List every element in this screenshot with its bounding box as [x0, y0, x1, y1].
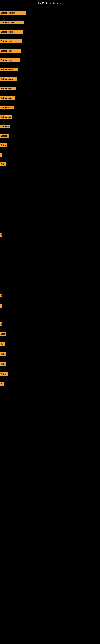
bar-item-14: Bottle [0, 144, 7, 147]
bar-item-4: Bottleneck r [0, 49, 21, 52]
bar-item-22: Bo [0, 342, 5, 346]
bar-item-7: Bottleneck re [0, 77, 17, 81]
bar-item-15: | [0, 153, 1, 156]
bar-item-0: Bottleneck rest [0, 11, 26, 15]
bar-item-24: Bott [0, 362, 6, 366]
bar-item-20: B [0, 322, 2, 326]
bar-item-10: Bottleneck r [0, 106, 14, 109]
bar-item-5: Bottleneck r [0, 58, 20, 62]
bar-item-2: Bottleneck re [0, 30, 23, 34]
bar-item-23: Bott [0, 352, 6, 356]
bar-item-11: Bottleneck [0, 115, 12, 119]
bar-item-12: Bottleneck [0, 124, 10, 128]
bar-item-6: Bottleneck re [0, 68, 18, 72]
bar-item-8: Bottleneck r [0, 87, 16, 90]
bar-item-18: B [0, 294, 2, 298]
bar-item-13: Bottlenec [0, 134, 9, 138]
bar-item-25: Bottle [0, 372, 8, 376]
bar-item-19: | [0, 304, 1, 308]
bar-item-16: Bott [0, 162, 6, 166]
bar-item-17: B [0, 234, 1, 237]
bar-item-26: Bo [0, 382, 4, 386]
bar-item-1: Bottleneck res [0, 20, 24, 24]
bar-item-3: Bottleneck r [0, 40, 22, 43]
bar-item-9: Bottleneck r [0, 96, 15, 100]
bar-item-21: Bott [0, 332, 6, 336]
site-title: TheBottlenecker.com [0, 2, 100, 5]
